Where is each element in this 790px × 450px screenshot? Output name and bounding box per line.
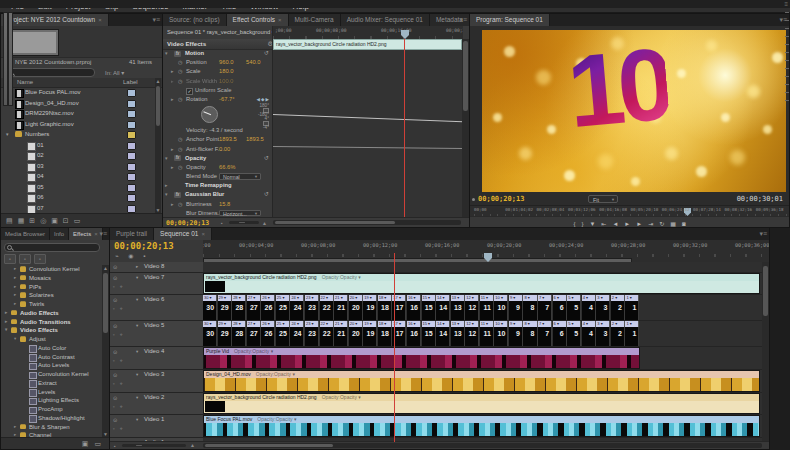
premiere-window: FileEditProjectClipSequenceMarkerTitleWi… xyxy=(0,0,790,450)
playhead-line xyxy=(394,253,395,442)
tools-grid xyxy=(0,9,790,450)
panel-menu-icon[interactable]: ≡ xyxy=(0,0,790,8)
tools-panel: ≡ xyxy=(0,114,18,219)
